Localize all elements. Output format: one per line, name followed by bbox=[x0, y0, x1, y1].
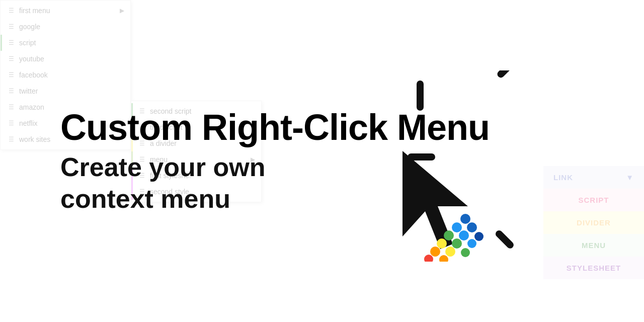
svg-rect-0 bbox=[417, 80, 424, 111]
hamburger-icon: ☰ bbox=[9, 55, 14, 62]
svg-point-15 bbox=[445, 247, 455, 257]
menu-item-label: youtube bbox=[19, 55, 44, 63]
menu-item-google[interactable]: ☰ google bbox=[1, 19, 130, 35]
left-menu-panel: ☰ first menu ▶ ☰ google ☰ script ☰ youtu… bbox=[0, 0, 131, 150]
color-bar bbox=[131, 151, 133, 168]
hamburger-icon: ☰ bbox=[139, 188, 145, 195]
menu-item-label: third script bbox=[150, 123, 183, 131]
type-badge-divider: DIVIDER bbox=[543, 211, 644, 234]
arrow-icon: ▶ bbox=[251, 156, 255, 163]
color-bar bbox=[131, 119, 133, 135]
cursor-graphic bbox=[332, 70, 523, 262]
menu-item-label: twitter bbox=[19, 87, 38, 95]
menu-item-label: first menu bbox=[19, 7, 50, 15]
svg-point-13 bbox=[467, 239, 476, 248]
menu-item-twitter[interactable]: ☰ twitter bbox=[1, 83, 130, 99]
hamburger-icon: ☰ bbox=[139, 172, 145, 179]
menu-item-label: netflix bbox=[19, 119, 38, 127]
menu-item-third-script[interactable]: ☰ third script bbox=[131, 119, 261, 135]
menu-item-label: facebook bbox=[19, 71, 48, 79]
cursor-sparkle-svg bbox=[332, 70, 523, 262]
hamburger-icon: ☰ bbox=[9, 88, 14, 95]
menu-item-first-menu[interactable]: ☰ first menu ▶ bbox=[1, 3, 130, 19]
type-badge-label: LINK bbox=[553, 173, 573, 182]
right-submenu-panel: ☰ second script ☰ third script ☰ a divid… bbox=[131, 101, 262, 202]
menu-item-label: script bbox=[19, 39, 36, 47]
menu-item-label: second script bbox=[150, 107, 191, 115]
type-badge-script: SCRIPT bbox=[543, 189, 644, 211]
menu-item-label: work sites bbox=[19, 135, 50, 143]
svg-point-12 bbox=[452, 238, 462, 249]
hamburger-icon: ☰ bbox=[9, 136, 14, 143]
color-bar bbox=[131, 168, 133, 184]
hamburger-icon: ☰ bbox=[9, 7, 14, 14]
menu-item-second-script[interactable]: ☰ second script bbox=[131, 103, 261, 119]
svg-point-6 bbox=[452, 222, 462, 232]
hamburger-icon: ☰ bbox=[9, 39, 14, 46]
menu-item-label: first styleshe. bbox=[150, 172, 191, 180]
type-badge-label: SCRIPT bbox=[578, 196, 609, 204]
menu-item-facebook[interactable]: ☰ facebook bbox=[1, 67, 130, 83]
menu-item-divider[interactable]: ☰ a divider bbox=[131, 135, 261, 151]
background-ui: ☰ first menu ▶ ☰ google ☰ script ☰ youtu… bbox=[0, 0, 644, 322]
hamburger-icon: ☰ bbox=[139, 156, 145, 163]
type-badge-label: DIVIDER bbox=[577, 218, 611, 227]
type-badges-panel: LINK ▼ SCRIPT DIVIDER MENU STYLESHEET bbox=[543, 166, 644, 279]
svg-rect-1 bbox=[496, 70, 519, 79]
menu-item-label: second style. bbox=[150, 188, 191, 196]
hamburger-icon: ☰ bbox=[139, 124, 145, 131]
menu-item-first-stylesheet[interactable]: ☰ first styleshe. bbox=[131, 168, 261, 184]
svg-point-9 bbox=[459, 230, 469, 240]
menu-item-label: amazon bbox=[19, 103, 44, 111]
svg-point-16 bbox=[461, 248, 470, 257]
color-bar bbox=[1, 35, 2, 51]
svg-point-10 bbox=[474, 232, 484, 241]
menu-item-script[interactable]: ☰ script bbox=[1, 35, 130, 51]
hamburger-icon: ☰ bbox=[9, 71, 14, 78]
svg-point-7 bbox=[467, 222, 477, 232]
hamburger-icon: ☰ bbox=[9, 120, 14, 127]
menu-item-menu[interactable]: ☰ menu ▶ bbox=[131, 151, 261, 168]
svg-point-11 bbox=[437, 238, 447, 249]
dropdown-arrow-icon: ▼ bbox=[626, 173, 634, 182]
color-bar bbox=[131, 184, 133, 200]
menu-item-work-sites[interactable]: ☰ work sites bbox=[1, 131, 130, 147]
menu-item-label: google bbox=[19, 23, 40, 31]
svg-marker-4 bbox=[403, 151, 468, 249]
svg-point-18 bbox=[439, 255, 448, 262]
menu-item-netflix[interactable]: ☰ netflix bbox=[1, 115, 130, 131]
arrow-icon: ▶ bbox=[120, 7, 124, 14]
menu-item-label: a divider bbox=[150, 139, 177, 147]
type-badge-link: LINK ▼ bbox=[543, 166, 644, 189]
type-badge-stylesheet: STYLESHEET bbox=[543, 257, 644, 279]
color-bar bbox=[131, 103, 133, 119]
hamburger-icon: ☰ bbox=[139, 108, 145, 115]
type-badge-menu: MENU bbox=[543, 234, 644, 257]
menu-item-amazon[interactable]: ☰ amazon bbox=[1, 99, 130, 115]
type-badge-label: MENU bbox=[582, 241, 606, 250]
svg-point-8 bbox=[444, 230, 454, 240]
color-bar bbox=[131, 135, 133, 151]
hamburger-icon: ☰ bbox=[9, 23, 14, 30]
type-badge-label: STYLESHEET bbox=[567, 264, 621, 272]
svg-point-17 bbox=[424, 255, 433, 262]
menu-item-label: menu bbox=[150, 155, 168, 164]
svg-point-14 bbox=[430, 247, 440, 257]
hamburger-icon: ☰ bbox=[9, 104, 14, 111]
menu-item-second-stylesheet[interactable]: ☰ second style. bbox=[131, 184, 261, 200]
hamburger-icon: ☰ bbox=[139, 140, 145, 147]
svg-rect-3 bbox=[494, 229, 515, 250]
menu-item-youtube[interactable]: ☰ youtube bbox=[1, 51, 130, 67]
svg-point-5 bbox=[460, 214, 470, 224]
